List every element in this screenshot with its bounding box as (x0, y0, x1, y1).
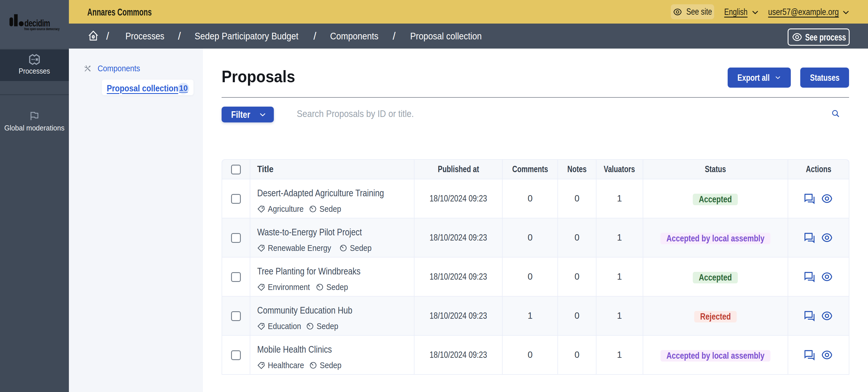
svg-text:free open-source democracy: free open-source democracy (24, 27, 60, 31)
